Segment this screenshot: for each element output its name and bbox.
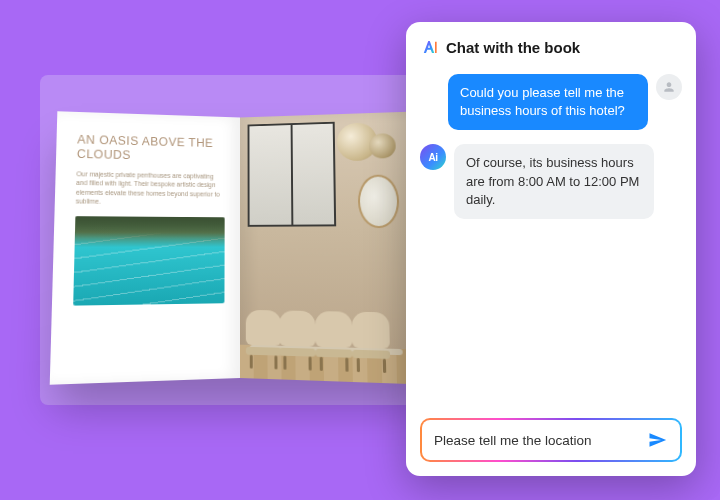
chat-widget: Chat with the book Could you please tell…: [406, 22, 696, 476]
chat-input[interactable]: [434, 433, 636, 448]
chat-title: Chat with the book: [446, 39, 580, 56]
send-button[interactable]: [644, 427, 670, 453]
book-page-right: [240, 111, 430, 385]
chat-messages: Could you please tell me the business ho…: [420, 70, 682, 418]
book-preview-panel: AN OASIS ABOVE THE CLOUDS Our majestic p…: [40, 75, 440, 405]
bot-avatar-icon: Ai: [420, 144, 446, 170]
bot-message-bubble: Of course, its business hours are from 8…: [454, 144, 654, 219]
message-row-user: Could you please tell me the business ho…: [420, 74, 682, 130]
message-row-bot: Ai Of course, its business hours are fro…: [420, 144, 682, 219]
book-page-left: AN OASIS ABOVE THE CLOUDS Our majestic p…: [50, 111, 240, 385]
chat-header: Chat with the book: [420, 38, 682, 70]
open-book: AN OASIS ABOVE THE CLOUDS Our majestic p…: [55, 117, 425, 377]
user-message-bubble: Could you please tell me the business ho…: [448, 74, 648, 130]
book-photo-pool: [73, 215, 224, 304]
send-icon: [647, 430, 667, 450]
svg-rect-0: [435, 42, 437, 53]
chat-input-container: [420, 418, 682, 462]
user-avatar-icon: [656, 74, 682, 100]
ai-logo-icon: [420, 38, 438, 56]
book-heading: AN OASIS ABOVE THE CLOUDS: [77, 132, 225, 164]
book-body-text: Our majestic private penthouses are capt…: [76, 169, 225, 207]
bot-avatar-label: Ai: [429, 152, 438, 163]
